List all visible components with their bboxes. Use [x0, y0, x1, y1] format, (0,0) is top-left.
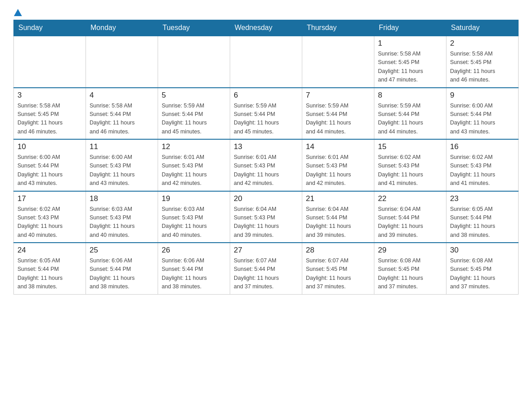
calendar-header-saturday: Saturday	[446, 20, 519, 36]
day-info: Sunrise: 5:58 AM Sunset: 5:45 PM Dayligh…	[378, 50, 442, 85]
day-number: 17	[17, 194, 82, 203]
calendar-cell: 17Sunrise: 6:02 AM Sunset: 5:43 PM Dayli…	[14, 191, 86, 243]
calendar-cell	[14, 36, 86, 88]
day-number: 2	[450, 39, 515, 48]
day-number: 25	[90, 246, 154, 255]
day-number: 3	[17, 91, 82, 100]
day-info: Sunrise: 6:01 AM Sunset: 5:43 PM Dayligh…	[234, 153, 298, 188]
calendar-cell: 4Sunrise: 5:58 AM Sunset: 5:44 PM Daylig…	[86, 88, 158, 140]
day-number: 22	[378, 194, 442, 203]
calendar-header-thursday: Thursday	[302, 20, 374, 36]
day-info: Sunrise: 6:05 AM Sunset: 5:44 PM Dayligh…	[450, 205, 515, 240]
day-info: Sunrise: 5:59 AM Sunset: 5:44 PM Dayligh…	[234, 102, 298, 137]
calendar-cell: 19Sunrise: 6:03 AM Sunset: 5:43 PM Dayli…	[158, 191, 230, 243]
day-info: Sunrise: 6:02 AM Sunset: 5:43 PM Dayligh…	[17, 205, 82, 240]
day-info: Sunrise: 6:04 AM Sunset: 5:44 PM Dayligh…	[306, 205, 370, 240]
calendar-header-wednesday: Wednesday	[230, 20, 302, 36]
calendar-cell: 18Sunrise: 6:03 AM Sunset: 5:43 PM Dayli…	[86, 191, 158, 243]
day-info: Sunrise: 5:58 AM Sunset: 5:45 PM Dayligh…	[17, 102, 82, 137]
calendar-table: SundayMondayTuesdayWednesdayThursdayFrid…	[13, 20, 519, 295]
calendar-header-monday: Monday	[86, 20, 158, 36]
calendar-week-row: 24Sunrise: 6:05 AM Sunset: 5:44 PM Dayli…	[14, 243, 519, 294]
page-header	[13, 9, 519, 15]
calendar-cell: 23Sunrise: 6:05 AM Sunset: 5:44 PM Dayli…	[446, 191, 519, 243]
calendar-cell	[230, 36, 302, 88]
day-info: Sunrise: 6:00 AM Sunset: 5:44 PM Dayligh…	[450, 102, 515, 137]
day-info: Sunrise: 6:06 AM Sunset: 5:44 PM Dayligh…	[90, 257, 154, 291]
day-number: 26	[162, 246, 226, 255]
day-info: Sunrise: 6:08 AM Sunset: 5:45 PM Dayligh…	[450, 257, 515, 291]
day-number: 9	[450, 91, 515, 100]
calendar-cell: 24Sunrise: 6:05 AM Sunset: 5:44 PM Dayli…	[14, 243, 86, 294]
day-info: Sunrise: 5:59 AM Sunset: 5:44 PM Dayligh…	[162, 102, 226, 137]
day-number: 24	[17, 246, 82, 255]
day-info: Sunrise: 6:05 AM Sunset: 5:44 PM Dayligh…	[17, 257, 82, 291]
day-info: Sunrise: 5:59 AM Sunset: 5:44 PM Dayligh…	[378, 102, 442, 137]
calendar-cell: 29Sunrise: 6:08 AM Sunset: 5:45 PM Dayli…	[374, 243, 446, 294]
day-number: 21	[306, 194, 370, 203]
day-number: 4	[90, 91, 154, 100]
day-info: Sunrise: 6:07 AM Sunset: 5:44 PM Dayligh…	[234, 257, 298, 291]
day-number: 15	[378, 142, 442, 151]
day-info: Sunrise: 6:00 AM Sunset: 5:43 PM Dayligh…	[90, 153, 154, 188]
day-number: 19	[162, 194, 226, 203]
calendar-cell	[302, 36, 374, 88]
calendar-cell: 21Sunrise: 6:04 AM Sunset: 5:44 PM Dayli…	[302, 191, 374, 243]
calendar-cell: 22Sunrise: 6:04 AM Sunset: 5:44 PM Dayli…	[374, 191, 446, 243]
calendar-cell	[158, 36, 230, 88]
day-info: Sunrise: 6:00 AM Sunset: 5:44 PM Dayligh…	[17, 153, 82, 188]
calendar-cell: 16Sunrise: 6:02 AM Sunset: 5:43 PM Dayli…	[446, 139, 519, 191]
calendar-week-row: 1Sunrise: 5:58 AM Sunset: 5:45 PM Daylig…	[14, 36, 519, 88]
day-number: 13	[234, 142, 298, 151]
day-number: 23	[450, 194, 515, 203]
calendar-cell: 25Sunrise: 6:06 AM Sunset: 5:44 PM Dayli…	[86, 243, 158, 294]
day-info: Sunrise: 6:03 AM Sunset: 5:43 PM Dayligh…	[162, 205, 226, 240]
calendar-cell: 20Sunrise: 6:04 AM Sunset: 5:43 PM Dayli…	[230, 191, 302, 243]
day-number: 29	[378, 246, 442, 255]
day-info: Sunrise: 5:59 AM Sunset: 5:44 PM Dayligh…	[306, 102, 370, 137]
calendar-cell: 7Sunrise: 5:59 AM Sunset: 5:44 PM Daylig…	[302, 88, 374, 140]
calendar-cell: 6Sunrise: 5:59 AM Sunset: 5:44 PM Daylig…	[230, 88, 302, 140]
day-info: Sunrise: 5:58 AM Sunset: 5:44 PM Dayligh…	[90, 102, 154, 137]
calendar-cell: 10Sunrise: 6:00 AM Sunset: 5:44 PM Dayli…	[14, 139, 86, 191]
calendar-header-tuesday: Tuesday	[158, 20, 230, 36]
calendar-cell: 8Sunrise: 5:59 AM Sunset: 5:44 PM Daylig…	[374, 88, 446, 140]
day-number: 12	[162, 142, 226, 151]
calendar-cell: 14Sunrise: 6:01 AM Sunset: 5:43 PM Dayli…	[302, 139, 374, 191]
logo	[13, 9, 22, 15]
calendar-cell: 1Sunrise: 5:58 AM Sunset: 5:45 PM Daylig…	[374, 36, 446, 88]
day-number: 16	[450, 142, 515, 151]
calendar-cell	[86, 36, 158, 88]
calendar-cell: 28Sunrise: 6:07 AM Sunset: 5:45 PM Dayli…	[302, 243, 374, 294]
calendar-week-row: 3Sunrise: 5:58 AM Sunset: 5:45 PM Daylig…	[14, 88, 519, 140]
calendar-cell: 13Sunrise: 6:01 AM Sunset: 5:43 PM Dayli…	[230, 139, 302, 191]
calendar-cell: 15Sunrise: 6:02 AM Sunset: 5:43 PM Dayli…	[374, 139, 446, 191]
day-number: 30	[450, 246, 515, 255]
logo-triangle-icon	[14, 9, 22, 16]
calendar-cell: 30Sunrise: 6:08 AM Sunset: 5:45 PM Dayli…	[446, 243, 519, 294]
day-number: 5	[162, 91, 226, 100]
day-info: Sunrise: 6:01 AM Sunset: 5:43 PM Dayligh…	[162, 153, 226, 188]
calendar-cell: 2Sunrise: 5:58 AM Sunset: 5:45 PM Daylig…	[446, 36, 519, 88]
calendar-cell: 27Sunrise: 6:07 AM Sunset: 5:44 PM Dayli…	[230, 243, 302, 294]
day-info: Sunrise: 6:03 AM Sunset: 5:43 PM Dayligh…	[90, 205, 154, 240]
day-number: 7	[306, 91, 370, 100]
day-number: 6	[234, 91, 298, 100]
calendar-cell: 11Sunrise: 6:00 AM Sunset: 5:43 PM Dayli…	[86, 139, 158, 191]
day-info: Sunrise: 6:02 AM Sunset: 5:43 PM Dayligh…	[450, 153, 515, 188]
calendar-cell: 3Sunrise: 5:58 AM Sunset: 5:45 PM Daylig…	[14, 88, 86, 140]
day-info: Sunrise: 6:07 AM Sunset: 5:45 PM Dayligh…	[306, 257, 370, 291]
calendar-header-friday: Friday	[374, 20, 446, 36]
calendar-week-row: 17Sunrise: 6:02 AM Sunset: 5:43 PM Dayli…	[14, 191, 519, 243]
day-info: Sunrise: 6:04 AM Sunset: 5:43 PM Dayligh…	[234, 205, 298, 240]
day-number: 11	[90, 142, 154, 151]
calendar-header-sunday: Sunday	[14, 20, 86, 36]
calendar-header-row: SundayMondayTuesdayWednesdayThursdayFrid…	[14, 20, 519, 36]
day-number: 8	[378, 91, 442, 100]
day-number: 20	[234, 194, 298, 203]
day-number: 14	[306, 142, 370, 151]
calendar-week-row: 10Sunrise: 6:00 AM Sunset: 5:44 PM Dayli…	[14, 139, 519, 191]
calendar-cell: 12Sunrise: 6:01 AM Sunset: 5:43 PM Dayli…	[158, 139, 230, 191]
day-info: Sunrise: 6:08 AM Sunset: 5:45 PM Dayligh…	[378, 257, 442, 291]
day-info: Sunrise: 6:01 AM Sunset: 5:43 PM Dayligh…	[306, 153, 370, 188]
